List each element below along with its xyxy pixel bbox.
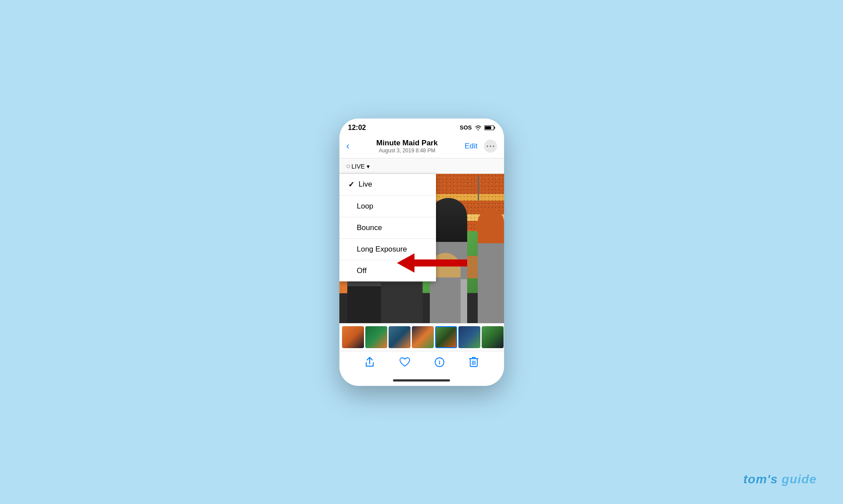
trash-icon <box>469 356 479 368</box>
live-button[interactable]: LIVE ▾ <box>346 163 370 170</box>
watermark-text: tom's <box>743 472 778 486</box>
photo-thumb-7[interactable] <box>482 326 504 348</box>
photo-thumb-5-selected[interactable] <box>435 326 457 348</box>
bottom-toolbar: i <box>339 351 504 377</box>
live-label: LIVE <box>352 163 365 170</box>
live-chevron-icon: ▾ <box>367 163 370 170</box>
dropdown-item-loop[interactable]: Loop <box>339 196 436 217</box>
photo-thumb-2[interactable] <box>365 326 387 348</box>
dropdown-item-live[interactable]: Live <box>339 174 436 196</box>
person-far-right <box>478 209 504 323</box>
status-bar: 12:02 SOS <box>339 119 504 135</box>
home-indicator <box>339 377 504 386</box>
toms-guide-watermark: tom's guide <box>743 472 817 486</box>
svg-point-5 <box>493 145 494 147</box>
share-icon <box>364 356 375 368</box>
live-dot-icon <box>346 165 350 168</box>
red-arrow-annotation <box>397 251 467 277</box>
live-bar: LIVE ▾ <box>339 158 504 174</box>
nav-actions: Edit <box>465 140 497 153</box>
svg-text:i: i <box>439 359 441 366</box>
photo-thumb-1[interactable] <box>342 326 364 348</box>
edit-button[interactable]: Edit <box>465 142 477 151</box>
svg-point-4 <box>490 145 491 147</box>
arrow-svg <box>397 251 467 275</box>
photo-strip-inner <box>339 326 504 348</box>
iphone-frame: 12:02 SOS ‹ Minute Ma <box>339 119 504 386</box>
dropdown-live-label: Live <box>359 180 372 189</box>
battery-icon <box>484 125 495 130</box>
more-button[interactable] <box>484 140 497 153</box>
dropdown-loop-label: Loop <box>357 202 374 211</box>
photo-thumb-4[interactable] <box>412 326 434 348</box>
more-icon <box>486 145 494 147</box>
photo-location-title: Minute Maid Park <box>376 139 438 148</box>
wifi-icon <box>475 125 482 130</box>
nav-bar: ‹ Minute Maid Park August 3, 2019 8:48 P… <box>339 135 504 158</box>
dropdown-off-label: Off <box>357 266 367 275</box>
dropdown-bounce-label: Bounce <box>357 223 382 232</box>
carrier-text: SOS <box>460 124 472 131</box>
back-button[interactable]: ‹ <box>346 140 349 152</box>
svg-rect-2 <box>485 126 491 129</box>
svg-marker-6 <box>397 253 467 273</box>
home-bar <box>393 379 450 382</box>
nav-title: Minute Maid Park August 3, 2019 8:48 PM <box>376 139 438 154</box>
dropdown-item-bounce[interactable]: Bounce <box>339 217 436 239</box>
light-pole-right <box>478 176 479 201</box>
share-button[interactable] <box>364 356 375 368</box>
photo-thumb-3[interactable] <box>389 326 411 348</box>
delete-button[interactable] <box>469 356 479 368</box>
status-time: 12:02 <box>348 124 366 132</box>
heart-icon <box>399 357 411 367</box>
favorite-button[interactable] <box>399 357 411 367</box>
info-button[interactable]: i <box>434 357 445 367</box>
photo-strip <box>339 323 504 351</box>
status-icons: SOS <box>460 124 495 131</box>
photo-thumb-6[interactable] <box>458 326 480 348</box>
photo-container: Live Loop Bounce Long Exposure <box>339 174 504 323</box>
svg-rect-1 <box>494 126 495 129</box>
svg-point-3 <box>486 145 488 147</box>
photo-date-subtitle: August 3, 2019 8:48 PM <box>376 148 438 154</box>
info-icon: i <box>434 357 445 367</box>
